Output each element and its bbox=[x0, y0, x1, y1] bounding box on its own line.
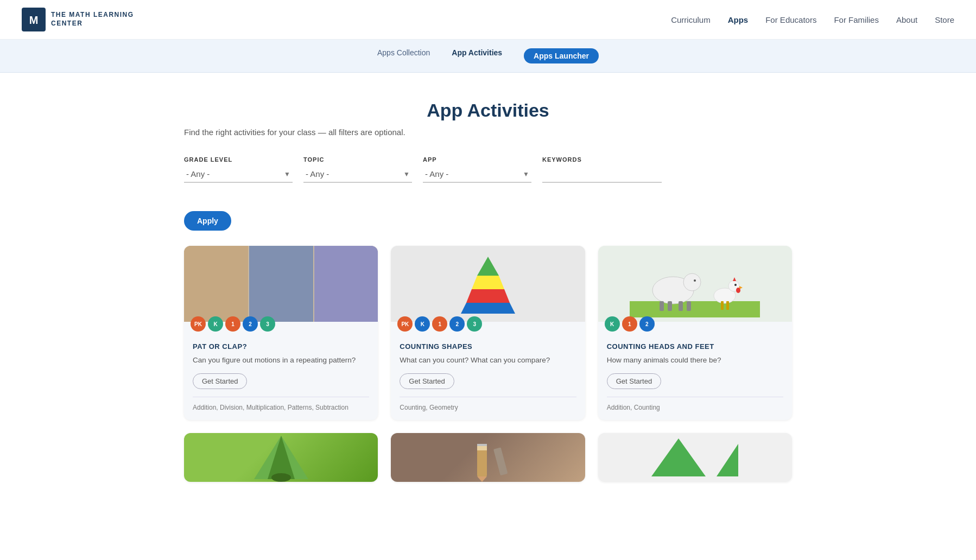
sub-nav-apps-collection[interactable]: Apps Collection bbox=[377, 48, 430, 63]
nav-educators[interactable]: For Educators bbox=[765, 15, 816, 24]
card-pat-or-clap-desc: Can you figure out motions in a repeatin… bbox=[193, 355, 369, 366]
card-counting-shapes-title: COUNTING SHAPES bbox=[400, 342, 576, 351]
site-header: M The MATH LEARNING CENTER Curriculum Ap… bbox=[0, 0, 976, 40]
page-title: App Activities bbox=[184, 100, 792, 121]
triangles-svg bbox=[646, 433, 744, 482]
nav-families[interactable]: For Families bbox=[834, 15, 879, 24]
pencil-svg bbox=[455, 433, 521, 482]
badge-k: K bbox=[208, 316, 223, 332]
app-filter: APP - Any - ▼ bbox=[423, 156, 531, 183]
nav-curriculum[interactable]: Curriculum bbox=[671, 15, 711, 24]
app-label: APP bbox=[423, 156, 531, 163]
cards-grid: PK K 1 2 3 PAT OR CLAP? Can you figure o… bbox=[184, 246, 792, 420]
grade-level-label: GRADE LEVEL bbox=[184, 156, 293, 163]
card-counting-heads-feet-desc: How many animals could there be? bbox=[607, 355, 783, 366]
svg-point-13 bbox=[694, 279, 696, 282]
topic-filter: TOPIC - Any - ▼ bbox=[303, 156, 412, 183]
svg-marker-4 bbox=[466, 289, 510, 303]
apply-button[interactable]: Apply bbox=[184, 211, 231, 231]
keywords-label: KEYWORDS bbox=[542, 156, 662, 163]
logo[interactable]: M The MATH LEARNING CENTER bbox=[22, 8, 134, 31]
svg-rect-19 bbox=[726, 301, 729, 310]
svg-marker-31 bbox=[717, 444, 738, 476]
keywords-input[interactable] bbox=[542, 166, 662, 183]
badge-3: 3 bbox=[260, 316, 275, 332]
badge-3-shapes: 3 bbox=[467, 316, 482, 332]
get-started-animals[interactable]: Get Started bbox=[607, 373, 661, 389]
badge-2: 2 bbox=[243, 316, 258, 332]
card-counting-shapes-tags: Counting, Geometry bbox=[400, 397, 576, 411]
svg-rect-12 bbox=[687, 301, 691, 311]
main-content: App Activities Find the right activities… bbox=[173, 73, 803, 504]
svg-rect-28 bbox=[477, 444, 487, 446]
card-partial-3-image bbox=[598, 433, 792, 482]
card-pat-or-clap-body: PAT OR CLAP? Can you figure out motions … bbox=[184, 336, 378, 420]
child-photo-1 bbox=[184, 246, 248, 322]
get-started-patclap[interactable]: Get Started bbox=[193, 373, 247, 389]
get-started-shapes[interactable]: Get Started bbox=[400, 373, 454, 389]
card-counting-shapes-body: COUNTING SHAPES What can you count? What… bbox=[391, 336, 585, 420]
svg-text:M: M bbox=[29, 14, 39, 26]
sub-nav-app-activities[interactable]: App Activities bbox=[452, 48, 502, 63]
badge-k-shapes: K bbox=[415, 316, 430, 332]
svg-marker-2 bbox=[477, 257, 499, 276]
card-pat-or-clap-image bbox=[184, 246, 378, 322]
filters-section: GRADE LEVEL - Any - ▼ TOPIC - Any - ▼ AP… bbox=[184, 156, 792, 183]
app-select[interactable]: - Any - ▼ bbox=[423, 166, 531, 183]
keywords-filter: KEYWORDS bbox=[542, 156, 662, 183]
nav-store[interactable]: Store bbox=[935, 15, 954, 24]
child-photo-2 bbox=[249, 246, 313, 322]
svg-point-20 bbox=[734, 284, 737, 286]
card-partial-1 bbox=[184, 433, 378, 482]
card-pat-or-clap: PK K 1 2 3 PAT OR CLAP? Can you figure o… bbox=[184, 246, 378, 420]
child-photo-3 bbox=[314, 246, 378, 322]
grade-level-select[interactable]: - Any - ▼ bbox=[184, 166, 293, 183]
card-partial-2-image bbox=[391, 433, 585, 482]
grade-badges-animals: K 1 2 bbox=[598, 312, 792, 336]
grade-badges-patclap: PK K 1 2 3 bbox=[184, 312, 378, 336]
badge-pk-shapes: PK bbox=[397, 316, 413, 332]
logo-icon: M bbox=[22, 8, 46, 31]
card-counting-heads-feet-image bbox=[598, 246, 792, 322]
svg-marker-21 bbox=[733, 277, 736, 281]
card-partial-3 bbox=[598, 433, 792, 482]
card-pat-or-clap-title: PAT OR CLAP? bbox=[193, 342, 369, 351]
sub-nav-apps-launcher[interactable]: Apps Launcher bbox=[524, 48, 599, 63]
animals-svg bbox=[630, 247, 760, 317]
svg-marker-26 bbox=[477, 476, 487, 482]
tent-svg bbox=[249, 433, 314, 482]
main-nav: Curriculum Apps For Educators For Famili… bbox=[671, 15, 954, 24]
svg-marker-30 bbox=[651, 438, 706, 476]
logo-text: The MATH LEARNING CENTER bbox=[51, 11, 134, 28]
svg-rect-9 bbox=[660, 301, 664, 311]
svg-rect-10 bbox=[668, 301, 672, 311]
card-counting-heads-feet: K 1 2 COUNTING HEADS AND FEET How many a… bbox=[598, 246, 792, 420]
grade-level-chevron-icon: ▼ bbox=[284, 170, 290, 178]
nav-apps[interactable]: Apps bbox=[728, 15, 749, 24]
grade-level-filter: GRADE LEVEL - Any - ▼ bbox=[184, 156, 293, 183]
badge-2-animals: 2 bbox=[639, 316, 655, 332]
pyramid-svg bbox=[455, 254, 521, 314]
badge-1: 1 bbox=[225, 316, 240, 332]
svg-rect-18 bbox=[721, 301, 724, 310]
svg-point-8 bbox=[683, 273, 701, 291]
svg-marker-3 bbox=[472, 276, 504, 289]
card-counting-shapes: PK K 1 2 3 COUNTING SHAPES What can you … bbox=[391, 246, 585, 420]
badge-2-shapes: 2 bbox=[449, 316, 465, 332]
nav-about[interactable]: About bbox=[896, 15, 917, 24]
badge-k-animals: K bbox=[605, 316, 620, 332]
cards-grid-partial bbox=[184, 433, 792, 482]
app-chevron-icon: ▼ bbox=[523, 170, 529, 178]
page-subtitle: Find the right activities for your class… bbox=[184, 128, 792, 137]
badge-1-animals: 1 bbox=[622, 316, 637, 332]
svg-point-24 bbox=[271, 473, 291, 482]
svg-rect-11 bbox=[679, 301, 683, 311]
card-counting-shapes-desc: What can you count? What can you compare… bbox=[400, 355, 576, 366]
topic-chevron-icon: ▼ bbox=[403, 170, 410, 178]
card-pat-or-clap-tags: Addition, Division, Multiplication, Patt… bbox=[193, 397, 369, 411]
card-partial-1-image bbox=[184, 433, 378, 482]
card-partial-2 bbox=[391, 433, 585, 482]
sub-nav: Apps Collection App Activities Apps Laun… bbox=[0, 40, 976, 73]
topic-label: TOPIC bbox=[303, 156, 412, 163]
topic-select[interactable]: - Any - ▼ bbox=[303, 166, 412, 183]
